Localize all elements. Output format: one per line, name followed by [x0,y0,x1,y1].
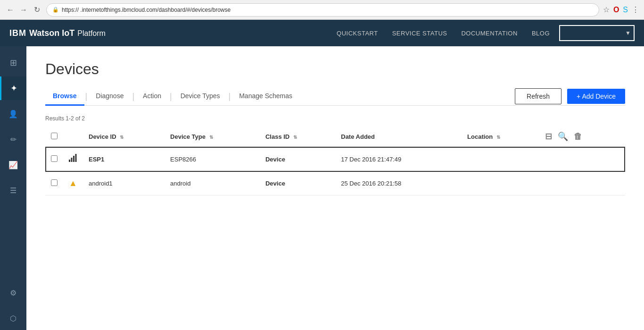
delete-icon[interactable]: 🗑 [574,132,582,142]
location-cell-2 [462,172,539,195]
row-actions-cell-1 [539,147,625,172]
tab-sep-2: | [132,92,134,102]
tab-action[interactable]: Action [135,87,169,106]
svg-rect-1 [71,158,73,162]
device-type-cell-2: android [165,172,260,195]
lock-icon: 🔒 [52,7,59,13]
extensions-icon: ⬡ [10,314,17,323]
row-checkbox-2[interactable] [51,179,58,186]
row-checkbox-1[interactable] [51,155,58,162]
dashboard-icon: ⊞ [10,58,17,68]
th-location[interactable]: Location ⇅ [462,127,539,147]
table-header-row: Device ID ⇅ Device Type ⇅ Class ID ⇅ D [45,127,625,147]
device-type-cell-1: ESP8266 [165,147,260,172]
tab-browse[interactable]: Browse [45,87,84,106]
th-actions: ⊟ 🔍 🗑 [539,127,625,147]
devices-icon: ✦ [10,83,17,93]
select-all-checkbox[interactable] [51,133,58,139]
user-menu[interactable]: ▼ [559,25,635,41]
logo-ibm: IBM [9,28,26,38]
date-added-value-1: 17 Dec 2016 21:47:49 [341,156,401,163]
nav-blog[interactable]: BLOG [532,30,550,37]
th-class-id-label: Class ID [265,133,289,140]
tab-device-types[interactable]: Device Types [173,87,228,106]
class-id-value-2: Device [265,180,285,187]
skype-icon[interactable]: S [623,6,628,14]
th-device-type-label: Device Type [170,133,206,140]
sidebar: ⊞ ✦ 👤 ✏ 📈 ☰ ⚙ ⬡ [0,46,26,330]
select-all-cell[interactable] [45,127,63,147]
device-id-value-2: android1 [89,180,113,187]
device-id-value-1: ESP1 [89,156,104,163]
settings-icon: ⚙ [10,288,17,297]
url-text: https:// .internetofthings.ibmcloud.com/… [62,7,231,13]
tab-manage-schemas[interactable]: Manage Schemas [231,87,300,106]
sidebar-item-rules[interactable]: ✏ [0,127,26,151]
reload-button[interactable]: ↻ [31,4,42,16]
row-checkbox-cell[interactable] [45,172,63,195]
nav-documentation[interactable]: DOCUMENTATION [461,30,517,37]
nav-quickstart[interactable]: QUICKSTART [337,30,378,37]
class-id-value-1: Device [265,156,285,163]
device-id-cell-1: ESP1 [83,147,165,172]
sidebar-item-analytics[interactable]: 📈 [0,153,26,177]
sidebar-item-logs[interactable]: ☰ [0,178,26,202]
sidebar-item-users[interactable]: 👤 [0,102,26,126]
opera-icon[interactable]: O [613,6,619,14]
signal-bars-icon [69,154,77,165]
tab-diagnose[interactable]: Diagnose [88,87,131,106]
tab-sep-4: | [229,92,231,102]
svg-rect-3 [75,154,77,162]
row-actions-cell-2 [539,172,625,195]
top-navigation: IBM Watson IoT Platform QUICKSTART SERVI… [0,20,644,46]
sort-device-id-icon: ⇅ [120,135,124,140]
add-device-button[interactable]: + Add Device [567,89,625,104]
sort-class-id-icon: ⇅ [293,135,297,140]
browser-chrome: ← → ↻ 🔒 https:// .internetofthings.ibmcl… [0,0,644,20]
page-title: Devices [45,60,625,78]
row-checkbox-cell[interactable] [45,147,63,172]
browser-icons: ☆ O S ⋮ [603,5,639,14]
menu-icon[interactable]: ⋮ [632,5,639,14]
users-icon: 👤 [8,110,18,118]
back-button[interactable]: ← [5,4,16,16]
search-icon[interactable]: 🔍 [558,131,568,142]
tab-bar: Browse | Diagnose | Action | Device Type… [45,87,625,106]
device-id-cell-2: android1 [83,172,165,195]
table-row: ESP1 ESP8266 Device 17 Dec 2016 21:47:49 [45,147,625,172]
device-signal-icon-cell [63,147,83,172]
table-row: ▲ android1 android Device 25 Dec 2016 20 [45,172,625,195]
th-device-type[interactable]: Device Type ⇅ [165,127,260,147]
th-class-id[interactable]: Class ID ⇅ [260,127,335,147]
browser-nav[interactable]: ← → ↻ [5,4,42,16]
device-type-value-1: ESP8266 [170,156,196,163]
date-added-value-2: 25 Dec 2016 20:21:58 [341,180,401,187]
address-bar[interactable]: 🔒 https:// .internetofthings.ibmcloud.co… [46,3,599,17]
bookmark-icon[interactable]: ☆ [603,5,610,14]
refresh-button[interactable]: Refresh [515,88,561,104]
class-id-cell-2: Device [260,172,335,195]
sidebar-item-extensions[interactable]: ⬡ [0,306,26,330]
nav-service-status[interactable]: SERVICE STATUS [392,30,447,37]
logo-watson: Watson IoT [29,28,74,38]
columns-icon[interactable]: ⊟ [545,131,552,142]
sidebar-item-devices[interactable]: ✦ [0,76,26,100]
rules-icon: ✏ [10,135,17,144]
date-added-cell-2: 25 Dec 2016 20:21:58 [335,172,462,195]
location-cell-1 [462,147,539,172]
th-device-id-label: Device ID [89,133,116,140]
device-type-value-2: android [170,180,190,187]
th-device-id[interactable]: Device ID ⇅ [83,127,165,147]
sidebar-item-settings[interactable]: ⚙ [0,281,26,305]
forward-button[interactable]: → [18,4,29,16]
sidebar-item-dashboard[interactable]: ⊞ [0,51,26,75]
tab-sep-3: | [170,92,172,102]
svg-rect-0 [69,160,70,162]
th-icon [63,127,83,147]
results-info: Results 1-2 of 2 [45,115,625,122]
th-location-label: Location [467,133,493,140]
analytics-icon: 📈 [8,161,18,169]
logs-icon: ☰ [10,186,17,195]
app-logo: IBM Watson IoT Platform [9,28,106,38]
tab-sep-1: | [85,92,88,102]
